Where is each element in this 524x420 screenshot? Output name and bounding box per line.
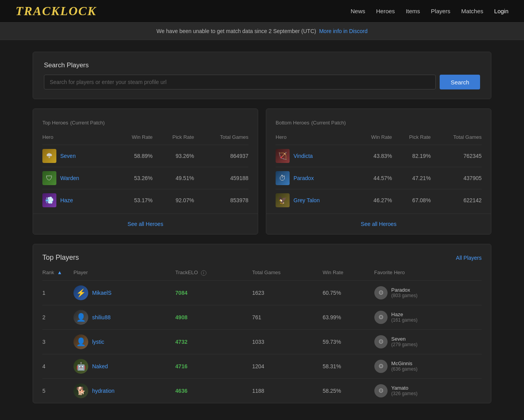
player-rank: 4 (42, 354, 73, 378)
bottom-heroes-see-all-link[interactable]: See all Heroes (361, 221, 396, 227)
table-row: 1 ⚡ MikaelS 7084 1623 60.75% ⚙ Paradox (… (42, 280, 482, 305)
col-pickrate-top: Pick Rate (153, 134, 194, 145)
player-cell: 🐕 hydration (73, 378, 175, 403)
player-winrate: 58.25% (323, 378, 374, 403)
fav-hero-avatar: ⚙ (374, 360, 388, 373)
banner-discord-link[interactable]: More info in Discord (319, 28, 368, 34)
top-heroes-see-all-link[interactable]: See all Heroes (128, 221, 163, 227)
hero-avatar: 🛡 (42, 171, 56, 185)
player-favhero: ⚙ McGinnis (636 games) (374, 354, 482, 378)
player-winrate: 63.99% (323, 305, 374, 329)
hero-winrate: 44.57% (355, 167, 392, 189)
hero-avatar: 💨 (42, 193, 56, 207)
hero-pickrate: 67.08% (392, 189, 431, 212)
hero-name-link[interactable]: Seven (60, 153, 76, 159)
fav-hero-name: Seven (391, 336, 417, 342)
bottom-heroes-table: Hero Win Rate Pick Rate Total Games 🏹 Vi… (276, 134, 482, 211)
top-players-section: Top Players All Players Rank ▲ Player Tr… (33, 244, 491, 403)
top-heroes-title: Top Heroes (Current Patch) (42, 118, 248, 126)
hero-pickrate: 82.19% (392, 145, 431, 167)
nav-matches[interactable]: Matches (461, 8, 484, 14)
fav-hero-avatar: ⚙ (374, 384, 388, 397)
col-totalgames-bot: Total Games (431, 134, 482, 145)
nav-heroes[interactable]: Heroes (376, 8, 395, 14)
hero-name-link[interactable]: Grey Talon (293, 197, 320, 203)
col-winrate-bot: Win Rate (355, 134, 392, 145)
player-favhero: ⚙ Yamato (326 games) (374, 378, 482, 403)
search-button[interactable]: Search (440, 75, 480, 89)
table-row: 5 🐕 hydration 4636 1188 58.25% ⚙ Yamato … (42, 378, 482, 403)
fav-hero-games: (803 games) (391, 293, 417, 298)
player-rank: 5 (42, 378, 73, 403)
col-favhero: Favorite Hero (374, 270, 482, 280)
table-row: 🛡 Warden 53.26% 49.51% 459188 (42, 167, 248, 189)
players-table: Rank ▲ Player TrackELO i Total Games Win… (42, 270, 482, 403)
fav-hero-info: McGinnis (636 games) (391, 360, 417, 372)
player-name-link[interactable]: MikaelS (92, 290, 112, 296)
player-totalgames: 1204 (252, 354, 323, 378)
all-players-link[interactable]: All Players (456, 255, 482, 261)
player-name-link[interactable]: shiliu88 (92, 314, 110, 320)
nav-news[interactable]: News (351, 8, 365, 14)
table-row: 🏹 Vindicta 43.83% 82.19% 762345 (276, 145, 482, 167)
fav-hero-games: (161 games) (391, 317, 417, 323)
hero-totalgames: 864937 (194, 145, 248, 167)
col-elo: TrackELO i (175, 270, 252, 280)
heroes-grid: Top Heroes (Current Patch) Hero Win Rate… (33, 108, 491, 234)
bottom-heroes-title: Bottom Heroes (Current Patch) (276, 118, 482, 126)
player-winrate: 59.73% (323, 329, 374, 354)
fav-hero-avatar: ⚙ (374, 311, 388, 324)
hero-winrate: 46.27% (355, 189, 392, 212)
nav-players[interactable]: Players (431, 8, 451, 14)
col-winrate-players: Win Rate (323, 270, 374, 280)
hero-name-link[interactable]: Vindicta (293, 153, 313, 159)
fav-hero-games: (279 games) (391, 342, 417, 347)
col-winrate-top: Win Rate (113, 134, 152, 145)
col-hero-bot: Hero (276, 134, 355, 145)
table-row: 4 🤖 Naked 4716 1204 58.31% ⚙ McGinnis (6… (42, 354, 482, 378)
site-logo[interactable]: TRACKLOCK (16, 4, 96, 18)
player-name-link[interactable]: hydration (92, 388, 115, 394)
player-elo: 4716 (175, 354, 252, 378)
player-totalgames: 1188 (252, 378, 323, 403)
bottom-heroes-see-all[interactable]: See all Heroes (266, 214, 491, 234)
hero-avatar: 🏹 (276, 149, 290, 163)
player-cell: 🤖 Naked (73, 354, 175, 378)
col-player: Player (73, 270, 175, 280)
fav-hero-name: Yamato (391, 385, 417, 391)
player-avatar: 👤 (73, 334, 88, 349)
elo-info-icon[interactable]: i (201, 270, 206, 276)
hero-totalgames: 622142 (431, 189, 482, 212)
search-section: Search Players Search (33, 52, 491, 99)
player-avatar: ⚡ (73, 285, 88, 300)
nav-login[interactable]: Login (494, 8, 508, 14)
player-elo: 7084 (175, 280, 252, 305)
col-hero-top: Hero (42, 134, 113, 145)
top-heroes-see-all[interactable]: See all Heroes (33, 214, 258, 234)
player-name-link[interactable]: Naked (92, 363, 108, 369)
player-avatar: 🐕 (73, 383, 88, 398)
hero-pickrate: 93.26% (153, 145, 194, 167)
players-header: Top Players All Players (42, 254, 482, 262)
fav-hero-games: (326 games) (391, 391, 417, 396)
top-heroes-table: Hero Win Rate Pick Rate Total Games 🌩 Se… (42, 134, 248, 211)
hero-name-link[interactable]: Warden (60, 175, 79, 181)
player-favhero: ⚙ Haze (161 games) (374, 305, 482, 329)
player-rank: 3 (42, 329, 73, 354)
player-elo: 4908 (175, 305, 252, 329)
nav-items[interactable]: Items (406, 8, 420, 14)
hero-avatar: ⏱ (276, 171, 290, 185)
hero-pickrate: 47.21% (392, 167, 431, 189)
hero-name-link[interactable]: Paradox (293, 175, 314, 181)
col-rank: Rank ▲ (42, 270, 73, 280)
hero-totalgames: 853978 (194, 189, 248, 212)
player-favhero: ⚙ Seven (279 games) (374, 329, 482, 354)
player-winrate: 60.75% (323, 280, 374, 305)
col-pickrate-bot: Pick Rate (392, 134, 431, 145)
player-name-link[interactable]: lystic (92, 339, 104, 345)
banner-text: We have been unable to get match data si… (157, 28, 316, 34)
hero-name-link[interactable]: Haze (60, 197, 73, 203)
search-input[interactable] (44, 75, 436, 89)
hero-pickrate: 49.51% (153, 167, 194, 189)
fav-hero-avatar: ⚙ (374, 286, 388, 299)
